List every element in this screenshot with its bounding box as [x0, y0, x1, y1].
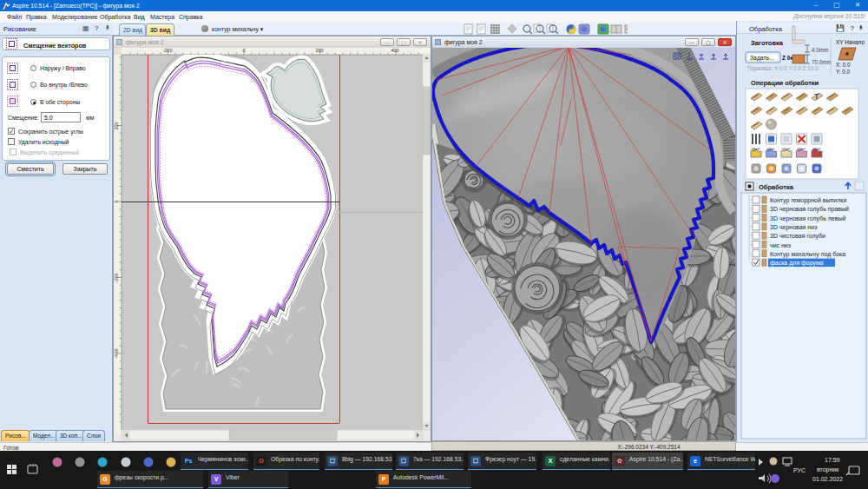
svg-text:-200: -200 — [114, 273, 119, 282]
svg-text:Y: 0.0: Y: 0.0 — [836, 69, 851, 75]
svg-text:0: 0 — [114, 200, 119, 202]
svg-text:3D черновая голубь правый: 3D черновая голубь правый — [770, 206, 849, 213]
svg-text:-200: -200 — [162, 48, 172, 53]
svg-text:Обработка: Обработка — [759, 183, 794, 191]
svg-text:X: 0.0: X: 0.0 — [836, 62, 851, 68]
svg-text:3D черновая низ: 3D черновая низ — [770, 224, 817, 231]
svg-text:Контур геморрной выпилки: Контур геморрной выпилки — [770, 197, 846, 204]
svg-text:Контур михалычу под бока: Контур михалычу под бока — [770, 251, 845, 258]
svg-text:Z 0: Z 0 — [782, 55, 791, 61]
svg-text:4.0mm: 4.0mm — [812, 47, 828, 53]
svg-text:-400: -400 — [114, 348, 119, 358]
svg-text:200: 200 — [315, 48, 323, 53]
svg-text:Заготовка: Заготовка — [751, 39, 784, 47]
svg-text:T: T — [814, 92, 819, 101]
svg-text:01.02.2022: 01.02.2022 — [812, 476, 843, 482]
svg-text:200: 200 — [114, 122, 119, 129]
svg-text:0: 0 — [242, 48, 245, 53]
svg-text:Операции обработки: Операции обработки — [751, 79, 819, 87]
svg-text:фаска для форума: фаска для форума — [770, 260, 824, 267]
svg-text:17:59: 17:59 — [825, 457, 840, 463]
svg-text:400: 400 — [391, 48, 398, 53]
svg-text:РУС: РУС — [793, 467, 806, 473]
svg-text:Задать...: Задать... — [750, 55, 774, 62]
svg-text:70.0mm: 70.0mm — [812, 59, 832, 65]
svg-text:вторник: вторник — [817, 466, 839, 473]
svg-text:XY Начало: XY Начало — [836, 39, 865, 45]
svg-text:3D чистовая голуби: 3D чистовая голуби — [770, 233, 825, 240]
svg-text:чис низ: чис низ — [770, 242, 791, 248]
svg-text:Парковка: X:0.0 Y:0.0 Z:10.0: Парковка: X:0.0 Y:0.0 Z:10.0 — [747, 65, 819, 72]
svg-text:3D черновая голубь левый: 3D черновая голубь левый — [770, 215, 845, 222]
